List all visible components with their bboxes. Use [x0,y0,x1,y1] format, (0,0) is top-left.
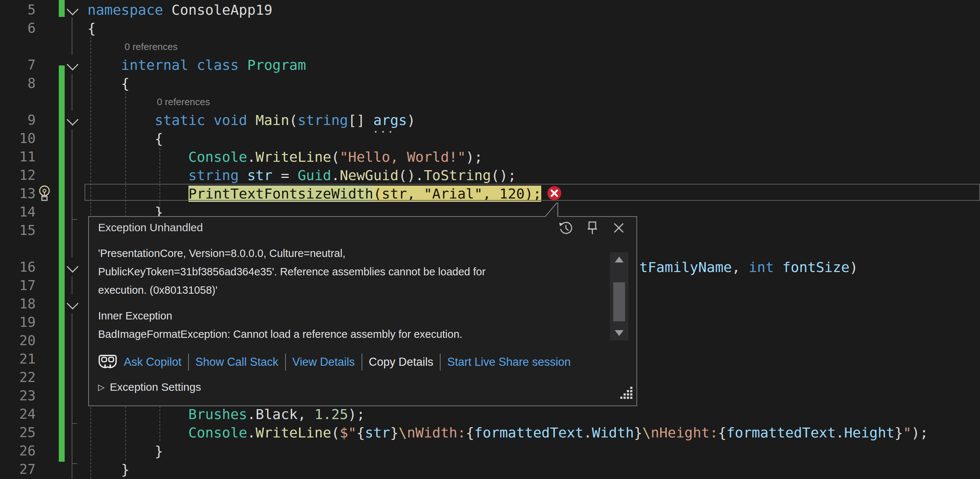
code-line[interactable]: tFamilyName, int fontSize) [640,258,858,277]
lightbulb-icon[interactable] [37,185,52,202]
gutter-line-number: 14 [0,203,36,221]
gutter-line-number: 11 [0,148,36,166]
gutter-line-number: 27 [0,460,36,479]
code-token: . [835,425,844,441]
popup-title-icons [558,220,627,236]
fold-chevron-icon[interactable] [67,261,79,273]
code-token: \ [642,425,651,441]
code-token: formattedText [727,425,835,441]
code-token: void [213,112,255,128]
code-token: Program [247,57,306,73]
gutter-line-number: 6 [0,19,36,38]
code-token: WriteLine [256,425,331,441]
fold-chevron-icon[interactable] [67,3,79,16]
code-token: fontSize [782,259,850,275]
code-token: Console [188,425,247,441]
code-token: " [903,425,911,441]
codelens-references[interactable]: 0 references [124,38,178,56]
resize-grip[interactable] [620,387,633,399]
code-token: ( [331,425,340,441]
vs-editor-window: 5namespace ConsoleApp196{7 internal clas… [0,0,980,479]
code-line[interactable]: Console.WriteLine($"{str}\nWidth:{format… [88,423,928,442]
gutter-line-number: 12 [0,166,36,185]
popup-scrollbar[interactable] [610,252,628,341]
code-token: Console [188,149,247,165]
code-token: ); [911,425,928,441]
codelens-references[interactable]: 0 references [157,92,210,111]
fold-chevron-icon[interactable] [67,298,79,310]
code-token: nHeight: [651,425,718,441]
copilot-icon [98,354,117,370]
code-line[interactable]: Brushes.Black, 1.25); [88,405,365,423]
code-line[interactable]: } [88,460,129,479]
code-token: $" [339,425,356,441]
outline-guide [72,18,72,55]
exception-settings-toggle[interactable]: ▷ Exception Settings [98,381,201,393]
code-token: WriteLine [256,149,331,165]
code-line[interactable]: Console.WriteLine("Hello, World!"); [88,148,482,166]
gutter-line-number: 26 [0,442,36,460]
link-copy-details[interactable]: Copy Details [369,355,434,369]
scroll-up-icon[interactable] [615,256,624,263]
outline-guide [72,74,72,110]
code-token: tFamilyName [640,259,732,275]
code-token [88,57,121,73]
expander-icon: ▷ [98,382,105,392]
gutter-line-number: 24 [0,405,36,423]
code-line[interactable]: { [88,129,163,148]
code-token: (); [491,167,516,183]
code-token [88,149,188,165]
code-token: ); [348,406,365,422]
code-token [88,112,155,128]
code-token: Guid [298,167,331,183]
code-token: ConsoleApp19 [172,2,273,18]
code-token: Black [256,406,298,422]
gutter-line-number: 9 [0,111,36,129]
link-ask-copilot[interactable]: Ask Copilot [124,355,181,369]
gutter-line-number: 18 [0,295,36,313]
pin-icon[interactable] [584,220,600,236]
code-token: nWidth: [407,425,466,441]
gutter-line-number: 22 [0,368,36,387]
outline-fold-end-tick [72,423,77,424]
inner-exception-label: Inner Exception [98,307,609,325]
close-icon[interactable] [611,220,627,236]
code-token: . [331,167,340,183]
gutter-line-number: 8 [0,74,36,92]
code-line[interactable]: { [88,19,96,38]
code-token: { [718,425,727,441]
code-token: ( [331,149,340,165]
link-view-details[interactable]: View Details [293,355,355,369]
code-token: string [188,167,247,183]
gutter-line-number: 20 [0,332,36,350]
gutter-line-number: 13 [0,185,36,203]
fold-chevron-icon[interactable] [67,59,79,71]
outline-fold-end-tick [72,219,77,220]
gutter-line-number: 15 [0,221,36,240]
code-line[interactable]: string str = Guid.NewGuid().ToString(); [88,166,516,185]
code-line[interactable]: namespace ConsoleApp19 [88,1,272,19]
exception-message-line: 'PresentationCore, Version=8.0.0.0, Cult… [98,248,609,263]
inner-exception-text: BadImageFormatException: Cannot load a r… [98,325,609,343]
code-token: internal [121,57,197,73]
code-token: NewGuid [339,167,398,183]
code-line[interactable]: internal class Program [88,56,306,74]
fold-chevron-icon[interactable] [67,114,79,126]
code-token: ) [850,259,858,275]
code-token: ( [289,112,298,128]
scroll-down-icon[interactable] [615,330,624,336]
link-separator [188,354,189,371]
code-line[interactable]: { [88,74,129,92]
scrollbar-thumb[interactable] [613,282,625,321]
code-line[interactable]: static void Main(string[] args) [88,111,415,129]
code-token: \ [399,425,407,441]
history-icon[interactable] [558,220,574,236]
code-token: } [634,425,642,441]
error-x-icon[interactable] [547,186,562,201]
link-separator [440,354,441,371]
code-line[interactable]: } [88,442,163,460]
link-show-call-stack[interactable]: Show Call Stack [196,355,278,369]
code-token: str [365,425,390,441]
exception-helper-popup: Exception Unhandled 'PresentationCore, V… [88,216,637,406]
link-start-live-share-session[interactable]: Start Live Share session [447,355,571,369]
